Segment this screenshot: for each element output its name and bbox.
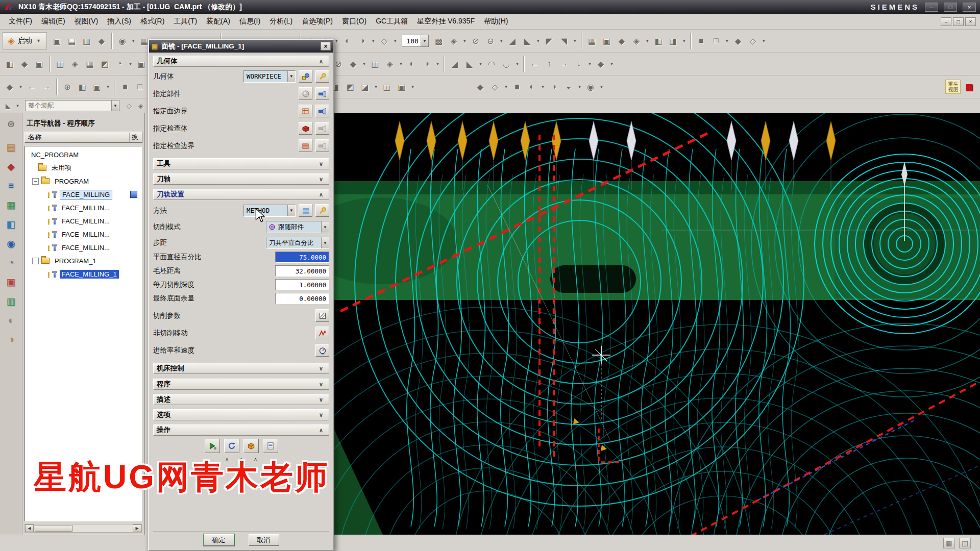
dropdown-arrow-icon[interactable]: ▾: [105, 80, 111, 94]
chevron-down-icon[interactable]: ▼: [421, 35, 428, 46]
toolbar-icon[interactable]: ◪: [358, 80, 372, 94]
toolbar-icon[interactable]: ◣: [3, 100, 14, 111]
regen-view-button[interactable]: 重生 视图: [945, 80, 961, 94]
dropdown-arrow-icon[interactable]: ▾: [373, 80, 379, 94]
dropdown-arrow-icon[interactable]: ▾: [724, 34, 730, 48]
dropdown-arrow-icon[interactable]: ▾: [477, 57, 484, 71]
depth-per-cut-input[interactable]: 1.00000: [275, 279, 329, 290]
chevron-down-icon[interactable]: ∨: [316, 396, 326, 403]
replay-toolpath-button[interactable]: [224, 439, 239, 453]
section-machine-control[interactable]: 机床控制 ∨: [153, 363, 329, 374]
start-button[interactable]: ◈ 启动 ▼: [3, 32, 47, 49]
blank-distance-input[interactable]: 32.00000: [275, 265, 329, 277]
chevron-down-icon[interactable]: ∨: [316, 412, 326, 418]
collapse-expander-icon[interactable]: −: [32, 258, 39, 264]
toolbar-icon[interactable]: ◧: [651, 34, 666, 48]
dropdown-arrow-icon[interactable]: ▾: [681, 34, 688, 48]
toolbar-icon[interactable]: ◐: [525, 80, 539, 94]
scrollbar-track[interactable]: [34, 524, 133, 532]
cutting-parameters-button[interactable]: [315, 309, 329, 322]
percent-input[interactable]: 75.0000: [275, 252, 329, 263]
toolbar-icon[interactable]: ◆: [594, 57, 608, 71]
chevron-down-icon[interactable]: ▼: [321, 237, 329, 248]
toolbar-icon[interactable]: ◤: [542, 34, 556, 48]
toolbar-icon[interactable]: ◩: [97, 57, 112, 71]
column-name-header[interactable]: 名称: [25, 133, 130, 142]
menu-file[interactable]: 文件(F): [4, 15, 37, 28]
method-combo[interactable]: METHOD ▼: [243, 205, 296, 217]
machining-wizard-icon[interactable]: ▥: [7, 295, 16, 307]
floor-stock-input[interactable]: 0.00000: [275, 293, 329, 304]
toolbar-icon[interactable]: ◧: [3, 57, 17, 71]
edit-method-button[interactable]: [299, 204, 312, 217]
toolbar-icon[interactable]: ◑: [355, 34, 370, 48]
section-tool-axis[interactable]: 刀轴 ∨: [153, 173, 329, 185]
scene-icon[interactable]: ◑: [8, 334, 14, 345]
face-boundary-button[interactable]: [299, 105, 312, 117]
doc-restore-button[interactable]: □: [953, 17, 964, 26]
zoom-combo[interactable]: 100 ▼: [402, 35, 429, 47]
menu-information[interactable]: 信息(I): [235, 15, 265, 28]
menu-gc-toolbox[interactable]: GC工具箱: [371, 15, 412, 28]
new-method-button[interactable]: [315, 204, 329, 217]
dropdown-arrow-icon[interactable]: ▾: [130, 34, 137, 48]
chevron-down-icon[interactable]: ▼: [321, 221, 329, 233]
menu-help[interactable]: 帮助(H): [479, 15, 512, 28]
tree-item-face-milling-2[interactable]: ! FACE_MILLIN...: [25, 201, 141, 214]
section-description[interactable]: 描述 ∨: [153, 394, 329, 405]
toolbar-icon[interactable]: ▦: [83, 57, 97, 71]
toolbar-icon[interactable]: ▤: [65, 34, 79, 48]
cut-pattern-combo[interactable]: 跟随部件 ▼: [266, 221, 329, 233]
grid-toggle-icon[interactable]: ▦: [943, 538, 955, 548]
toolbar-icon[interactable]: ⊘: [469, 34, 483, 48]
section-options[interactable]: 选项 ∨: [153, 409, 329, 420]
toolbar-icon[interactable]: ▥: [80, 34, 94, 48]
chevron-up-icon[interactable]: ∧: [316, 191, 326, 198]
solid-cube-icon[interactable]: ◼: [965, 81, 973, 93]
toolbar-icon[interactable]: ⊖: [483, 34, 498, 48]
doc-minimize-button[interactable]: –: [941, 17, 951, 26]
toolbar-icon[interactable]: ◠: [484, 57, 499, 71]
toolbar-icon[interactable]: ◨: [666, 34, 680, 48]
dropdown-arrow-icon[interactable]: ▾: [572, 34, 578, 48]
menu-view[interactable]: 视图(V): [70, 15, 103, 28]
toolbar-icon[interactable]: ◉: [115, 34, 130, 48]
doc-close-button[interactable]: ×: [965, 17, 976, 26]
toolbar-icon[interactable]: ▦: [585, 34, 599, 48]
tree-item-face-milling-3[interactable]: ! FACE_MILLIN...: [25, 214, 141, 228]
toolbar-icon[interactable]: ◇: [377, 34, 391, 48]
menu-format[interactable]: 格式(R): [136, 15, 169, 28]
toolbar-icon[interactable]: ◔: [112, 57, 127, 71]
process-studio-icon[interactable]: ▣: [7, 276, 16, 288]
toolbar-icon[interactable]: ■: [694, 34, 708, 48]
toolbar-icon[interactable]: ▣: [50, 34, 64, 48]
dropdown-arrow-icon[interactable]: ▾: [598, 80, 605, 94]
toolbar-icon[interactable]: ◆: [3, 80, 17, 94]
column-toolchange-header[interactable]: 换: [130, 133, 142, 142]
specify-part-button[interactable]: [299, 87, 312, 100]
toolbar-icon[interactable]: ◈: [447, 34, 461, 48]
dropdown-arrow-icon[interactable]: ▾: [498, 34, 505, 48]
toolbar-icon[interactable]: ◇: [124, 100, 135, 111]
toolbar-icon[interactable]: ▣: [90, 80, 104, 94]
toolbar-icon[interactable]: ◑: [547, 80, 561, 94]
check-body-button[interactable]: [299, 122, 312, 135]
toolbar-icon[interactable]: ◫: [368, 57, 382, 71]
toolbar-icon[interactable]: ◡: [499, 57, 513, 71]
chevron-down-icon[interactable]: ▼: [111, 101, 119, 111]
navigator-horizontal-scrollbar[interactable]: ◀ ▶: [24, 524, 142, 533]
tree-item-program[interactable]: − PROGRAM: [25, 174, 141, 188]
toolbar-icon[interactable]: →: [557, 57, 571, 71]
toolbar-icon[interactable]: ◆: [17, 57, 32, 71]
toolbar-icon[interactable]: ◆: [731, 34, 745, 48]
dropdown-arrow-icon[interactable]: ▾: [14, 98, 21, 113]
select-check-boundary-button[interactable]: [315, 139, 329, 152]
dropdown-arrow-icon[interactable]: ▾: [461, 34, 468, 48]
dropdown-arrow-icon[interactable]: ▾: [576, 80, 583, 94]
toolbar-icon[interactable]: ◥: [557, 34, 571, 48]
toolbar-icon[interactable]: ↓: [572, 57, 586, 71]
select-check-body-button[interactable]: [315, 122, 329, 135]
close-button[interactable]: ×: [963, 3, 976, 12]
chevron-down-icon[interactable]: ∨: [316, 365, 326, 372]
maximize-button[interactable]: □: [944, 3, 957, 12]
